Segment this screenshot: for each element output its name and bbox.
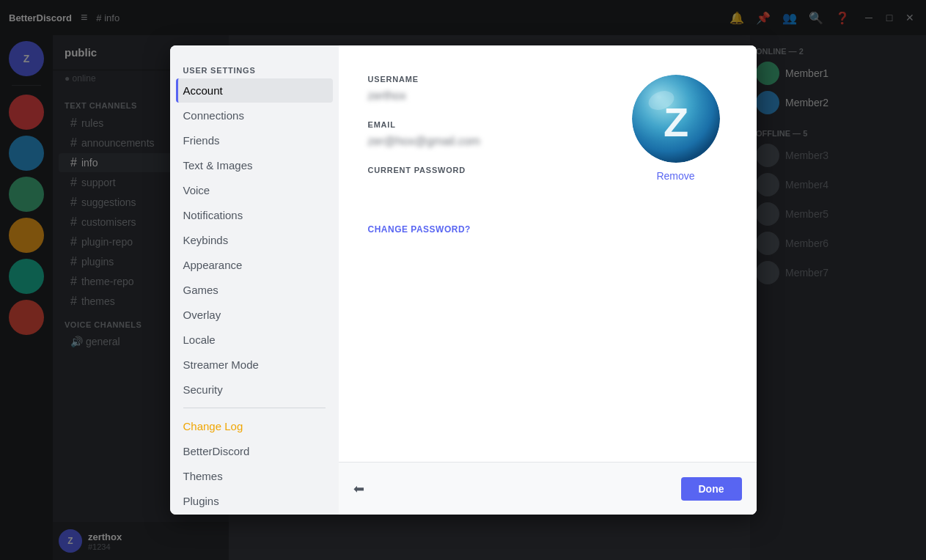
betterdiscord-label: BetterDiscord xyxy=(183,445,250,457)
done-button[interactable]: Done xyxy=(681,477,742,501)
settings-sidebar: USER SETTINGS Account Connections Friend… xyxy=(170,45,339,515)
settings-divider xyxy=(183,408,326,408)
changelog-label: Change Log xyxy=(183,420,243,432)
streamer-mode-label: Streamer Mode xyxy=(183,358,259,371)
settings-item-keybinds[interactable]: Keybinds xyxy=(176,228,333,252)
modal-overlay: USER SETTINGS Account Connections Friend… xyxy=(0,0,926,560)
avatar-section: Z Remove xyxy=(632,75,720,182)
settings-item-betterdiscord[interactable]: BetterDiscord xyxy=(176,439,333,463)
account-label: Account xyxy=(183,84,223,97)
settings-item-streamer-mode[interactable]: Streamer Mode xyxy=(176,353,333,377)
settings-item-connections[interactable]: Connections xyxy=(176,103,333,128)
settings-item-notifications[interactable]: Notifications xyxy=(176,203,333,227)
avatar-image: Z xyxy=(632,75,720,163)
settings-item-overlay[interactable]: Overlay xyxy=(176,303,333,327)
settings-content: USERNAME zerthox EMAIL zer@hox@gmail.com… xyxy=(339,45,757,515)
settings-item-friends[interactable]: Friends xyxy=(176,128,333,152)
settings-item-appearance[interactable]: Appearance xyxy=(176,253,333,277)
plugins-label: Plugins xyxy=(183,495,219,507)
settings-item-locale[interactable]: Locale xyxy=(176,328,333,352)
settings-footer: ⬅ Done xyxy=(339,462,757,515)
text-images-label: Text & Images xyxy=(183,159,253,172)
settings-item-text-images[interactable]: Text & Images xyxy=(176,153,333,177)
settings-item-games[interactable]: Games xyxy=(176,278,333,302)
settings-item-changelog[interactable]: Change Log xyxy=(176,414,333,438)
back-icon[interactable]: ⬅ xyxy=(353,481,364,497)
settings-item-themes[interactable]: Themes xyxy=(176,464,333,488)
change-password-link[interactable]: CHANGE PASSWORD? xyxy=(368,224,727,235)
settings-item-voice[interactable]: Voice xyxy=(176,178,333,202)
voice-label: Voice xyxy=(183,184,210,196)
games-label: Games xyxy=(183,284,218,296)
connections-label: Connections xyxy=(183,109,244,122)
password-field xyxy=(368,180,727,207)
locale-label: Locale xyxy=(183,334,216,346)
settings-item-account[interactable]: Account xyxy=(176,78,333,103)
settings-item-plugins[interactable]: Plugins xyxy=(176,489,333,513)
settings-item-security[interactable]: Security xyxy=(176,377,333,402)
notifications-label: Notifications xyxy=(183,209,243,221)
avatar-circle[interactable]: Z xyxy=(632,75,720,163)
security-label: Security xyxy=(183,383,223,396)
overlay-label: Overlay xyxy=(183,309,221,321)
settings-modal: USER SETTINGS Account Connections Friend… xyxy=(170,45,757,515)
settings-body: USERNAME zerthox EMAIL zer@hox@gmail.com… xyxy=(339,45,757,462)
themes-label: Themes xyxy=(183,470,223,482)
appearance-label: Appearance xyxy=(183,259,243,271)
settings-title: USER SETTINGS xyxy=(176,60,333,78)
friends-label: Friends xyxy=(183,134,220,147)
keybinds-label: Keybinds xyxy=(183,234,229,246)
avatar-remove-link[interactable]: Remove xyxy=(656,170,694,182)
